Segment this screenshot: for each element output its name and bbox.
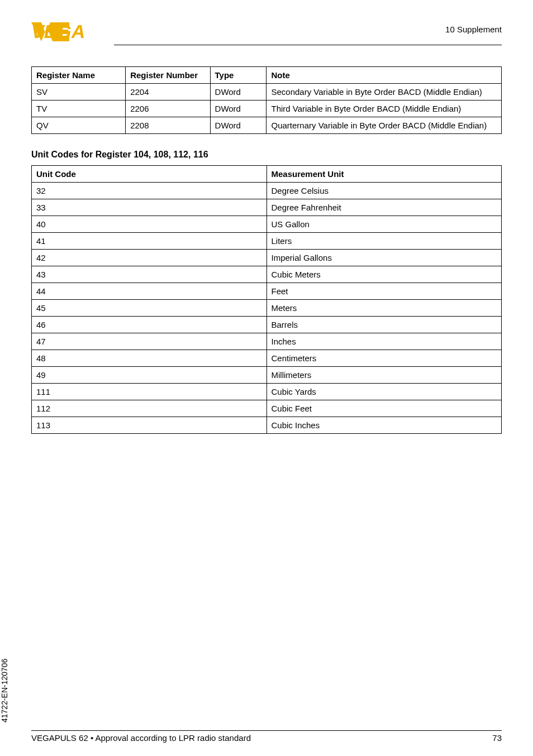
cell-type: DWord [210,84,266,101]
cell-name: SV [32,84,126,101]
cell-unit: Cubic Yards [266,384,502,400]
cell-code: 111 [32,384,267,400]
logo-svg: VEGA [31,21,108,41]
table-header-row: Unit Code Measurement Unit [32,166,502,183]
header-rule [114,45,502,45]
cell-code: 46 [32,317,267,333]
table-header-row: Register Name Register Number Type Note [32,67,502,84]
cell-code: 113 [32,417,267,434]
table-row: 111Cubic Yards [32,384,502,400]
cell-unit: Millimeters [266,367,502,384]
table-row: 45Meters [32,300,502,317]
cell-number: 2204 [126,84,210,101]
cell-unit: Inches [266,333,502,350]
cell-code: 44 [32,283,267,300]
cell-type: DWord [210,117,266,134]
cell-note: Secondary Variable in Byte Order BACD (M… [266,84,502,101]
unit-codes-table: Unit Code Measurement Unit 32Degree Cels… [31,165,502,434]
cell-unit: Degree Fahrenheit [266,199,502,216]
table-row: 113Cubic Inches [32,417,502,434]
cell-number: 2208 [126,117,210,134]
cell-name: TV [32,101,126,117]
table-row: 43Cubic Meters [32,266,502,283]
th-measurement-unit: Measurement Unit [266,166,502,183]
cell-code: 48 [32,350,267,367]
table-row: QV 2208 DWord Quarternary Variable in By… [32,117,502,134]
cell-unit: Centimeters [266,350,502,367]
cell-unit: Cubic Inches [266,417,502,434]
section-label: 10 Supplement [445,21,502,34]
cell-unit: US Gallon [266,216,502,233]
cell-unit: Feet [266,283,502,300]
table-row: 112Cubic Feet [32,400,502,417]
cell-unit: Cubic Meters [266,266,502,283]
footer-rule [31,730,502,731]
cell-code: 40 [32,216,267,233]
register-table: Register Name Register Number Type Note … [31,66,502,134]
cell-unit: Meters [266,300,502,317]
footer-left: VEGAPULS 62 • Approval according to LPR … [31,733,251,743]
cell-unit: Liters [266,233,502,250]
cell-unit: Cubic Feet [266,400,502,417]
page-header: VEGA 10 Supplement [31,21,502,41]
cell-code: 45 [32,300,267,317]
th-type: Type [210,67,266,84]
th-register-name: Register Name [32,67,126,84]
cell-note: Quarternary Variable in Byte Order BACD … [266,117,502,134]
table-row: 44Feet [32,283,502,300]
table-row: 46Barrels [32,317,502,333]
th-register-number: Register Number [126,67,210,84]
cell-unit: Barrels [266,317,502,333]
cell-code: 43 [32,266,267,283]
cell-code: 32 [32,183,267,199]
page-footer: VEGAPULS 62 • Approval according to LPR … [31,730,502,743]
cell-note: Third Variable in Byte Order BACD (Middl… [266,101,502,117]
table-row: 47Inches [32,333,502,350]
footer-row: VEGAPULS 62 • Approval according to LPR … [31,733,502,743]
cell-code: 33 [32,199,267,216]
table-row: SV 2204 DWord Secondary Variable in Byte… [32,84,502,101]
cell-type: DWord [210,101,266,117]
cell-code: 47 [32,333,267,350]
cell-unit: Degree Celsius [266,183,502,199]
cell-code: 112 [32,400,267,417]
table-row: 49Millimeters [32,367,502,384]
table-row: TV 2206 DWord Third Variable in Byte Ord… [32,101,502,117]
cell-code: 41 [32,233,267,250]
table-row: 48Centimeters [32,350,502,367]
cell-unit: Imperial Gallons [266,250,502,266]
th-note: Note [266,67,502,84]
cell-code: 42 [32,250,267,266]
svg-text:VEGA: VEGA [31,21,85,41]
unit-codes-heading: Unit Codes for Register 104, 108, 112, 1… [31,150,502,160]
document-id-vertical: 41722-EN-120706 [0,659,9,722]
table-row: 32Degree Celsius [32,183,502,199]
page-number: 73 [492,733,502,743]
vega-logo: VEGA [31,21,108,41]
cell-code: 49 [32,367,267,384]
cell-name: QV [32,117,126,134]
cell-number: 2206 [126,101,210,117]
table-row: 42Imperial Gallons [32,250,502,266]
table-row: 33Degree Fahrenheit [32,199,502,216]
table-row: 40US Gallon [32,216,502,233]
th-unit-code: Unit Code [32,166,267,183]
table-row: 41Liters [32,233,502,250]
